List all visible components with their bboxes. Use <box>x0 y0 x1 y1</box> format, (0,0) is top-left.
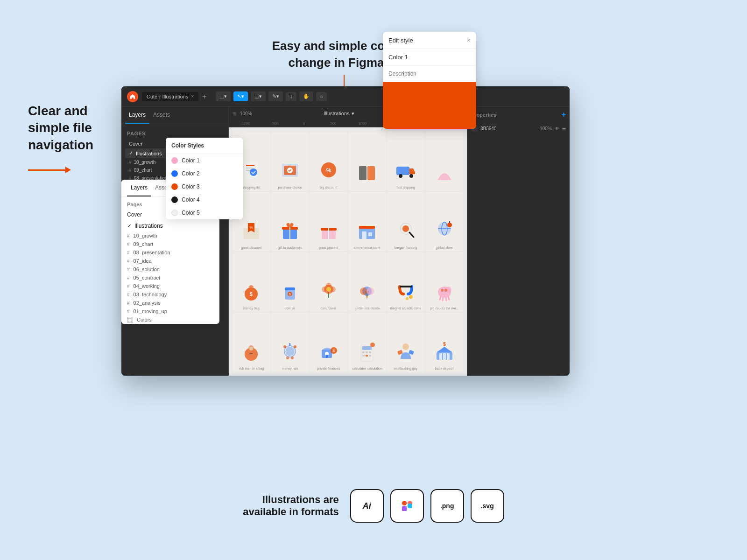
illus-label: money rain <box>282 367 298 370</box>
svg-point-13 <box>399 174 402 178</box>
csp-color2-item[interactable]: Color 2 <box>166 167 243 180</box>
svg-text:$: $ <box>332 349 335 353</box>
svg-point-49 <box>366 287 374 295</box>
bottom-text-line2: available in formats <box>243 506 338 518</box>
tool-hand[interactable]: ✋ <box>299 91 313 101</box>
svg-point-51 <box>409 295 413 299</box>
ruler-mark: 0 <box>289 121 319 126</box>
illus-label: great present <box>319 246 338 249</box>
csp-color4-dot <box>171 196 178 203</box>
canvas-zoom-level: 100% <box>240 111 252 116</box>
figma-canvas: ⊞ 100% Illustrations ▾ -1200 -500 0 500 … <box>229 107 467 376</box>
figma-sidebar-tabs: Layers Assets <box>121 107 228 124</box>
lap-layer-02-analysis[interactable]: # 02_analysis <box>121 299 219 307</box>
svg-rect-76 <box>362 346 372 350</box>
tool-text[interactable]: T <box>286 92 296 101</box>
svg-rect-72 <box>326 355 328 358</box>
ruler-mark: -500 <box>260 121 289 126</box>
lap-layer-07-idea[interactable]: # 07_idea <box>121 257 219 265</box>
tool-comment[interactable]: ○ <box>316 92 327 101</box>
lap-layer-04-working[interactable]: # 04_working <box>121 282 219 290</box>
left-arrow <box>28 167 131 173</box>
esp-name-input[interactable] <box>383 49 476 66</box>
illus-coin-jar: $ coin jar <box>271 252 309 312</box>
canvas-tab-illustrations[interactable]: Illustrations ▾ <box>324 111 354 117</box>
csp-color2-dot <box>171 170 178 177</box>
illus-bargain-hunting: bargain hunting <box>387 192 425 252</box>
figma-home-icon[interactable] <box>127 91 138 102</box>
svg-line-29 <box>409 232 414 237</box>
lap-layer-colors[interactable]: ⬚ Colors <box>121 315 219 324</box>
color-hex-value: 3B3640 <box>480 126 537 131</box>
figma-sidebar-tab-layers[interactable]: Layers <box>125 107 149 124</box>
lap-tab-layers[interactable]: Layers <box>127 180 151 196</box>
figma-add-tab-icon[interactable]: + <box>202 92 206 101</box>
csp-color5-item[interactable]: Color 5 <box>166 206 243 219</box>
format-badge-png[interactable]: .png <box>430 489 464 523</box>
color-row-main: 3B3640 100% 👁 − <box>471 123 566 134</box>
svg-point-67 <box>294 345 296 348</box>
esp-close-icon[interactable]: × <box>467 36 471 44</box>
csp-header: Color Styles <box>166 138 243 154</box>
illus-label: rich man in a bag <box>239 367 264 370</box>
figma-tab[interactable]: Cuterr Illustrations × <box>142 92 198 101</box>
svg-rect-89 <box>443 353 446 360</box>
tool-shape[interactable]: ⬚▾ <box>251 91 266 101</box>
illus-golden-ice-cream: golden ice cream <box>348 252 386 312</box>
format-badge-figma[interactable] <box>390 489 424 523</box>
illus-label: magnet attracts coins <box>390 307 422 310</box>
svg-point-28 <box>402 225 409 232</box>
csp-color5-dot <box>171 210 178 216</box>
figma-tab-name: Cuterr Illustrations <box>147 94 188 99</box>
lap-page-illustrations[interactable]: ✓ Illustrations <box>121 220 219 231</box>
active-check-icon: ✓ <box>127 223 132 229</box>
minus-icon[interactable]: − <box>562 125 566 132</box>
panel-properties-label: Properties + <box>471 111 566 119</box>
arrow-line <box>28 169 65 171</box>
tool-pen[interactable]: ✎▾ <box>268 91 283 101</box>
color-styles-panel: Color Styles Color 1 Color 2 Color 3 Col… <box>166 138 243 219</box>
lap-layer-03-technology[interactable]: # 03_technology <box>121 290 219 299</box>
lap-layer-08-presentation[interactable]: # 08_presentation <box>121 248 219 257</box>
canvas-tab-chevron: ▾ <box>352 111 354 117</box>
lap-layer-05-contract[interactable]: # 05_contract <box>121 273 219 282</box>
format-badge-svg[interactable]: .svg <box>471 489 504 523</box>
svg-point-33 <box>447 223 452 227</box>
csp-color3-item[interactable]: Color 3 <box>166 180 243 193</box>
svg-rect-2 <box>246 168 253 168</box>
csp-color3-dot <box>171 183 178 190</box>
tool-frame[interactable]: ⬚▾ <box>216 91 231 101</box>
illus-label: multitasking guy <box>394 367 417 370</box>
lap-layer-06-solution[interactable]: # 06_solution <box>121 265 219 273</box>
svg-point-56 <box>444 289 447 292</box>
canvas-tab-label: Illustrations <box>324 111 350 116</box>
lap-layer-01-moving-up[interactable]: # 01_moving_up <box>121 307 219 315</box>
format-badge-ai[interactable]: Ai <box>350 489 384 523</box>
lap-layer-09-chart[interactable]: # 09_chart <box>121 240 219 248</box>
svg-point-84 <box>402 343 409 350</box>
svg-rect-79 <box>369 351 371 353</box>
esp-description-input[interactable] <box>383 66 476 82</box>
illus-rich-man-in-bag: rich man in a bag <box>233 313 270 372</box>
canvas-content: shopping list purchase choice % <box>229 127 467 376</box>
format-badges: Ai .png .svg <box>350 489 504 523</box>
figma-tab-close-icon[interactable]: × <box>191 94 194 99</box>
esp-color-preview[interactable] <box>383 82 476 129</box>
esp-header: Edit style × <box>383 32 476 49</box>
bottom-section: Illustrations are available in formats A… <box>0 489 747 523</box>
tool-select[interactable]: ↖▾ <box>233 91 248 101</box>
svg-rect-25 <box>362 231 366 239</box>
illus-coin-flower: coin flower <box>310 252 347 312</box>
svg-point-83 <box>370 343 375 347</box>
lap-layer-10-growth[interactable]: # 10_growth <box>121 231 219 240</box>
panel-add-icon[interactable]: + <box>562 111 566 119</box>
svg-point-62 <box>249 347 253 350</box>
left-section: Clear and simple file navigation <box>28 103 131 173</box>
figma-sidebar-tab-assets[interactable]: Assets <box>149 107 174 124</box>
csp-color4-item[interactable]: Color 4 <box>166 193 243 206</box>
illus-bank-deposit: $ bank deposit <box>425 313 463 372</box>
illus-label: big discount <box>320 186 337 189</box>
csp-color1-item[interactable]: Color 1 <box>166 154 243 167</box>
eye-icon[interactable]: 👁 <box>555 126 559 131</box>
svg-line-58 <box>443 298 443 301</box>
